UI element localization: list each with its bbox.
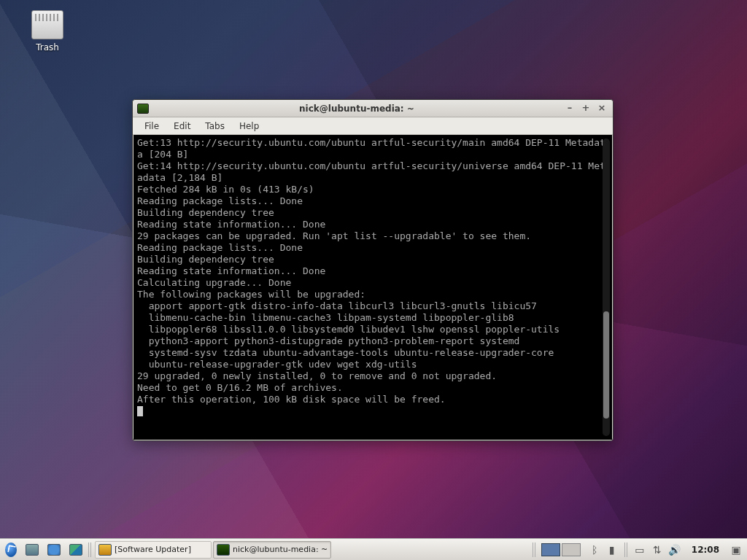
taskbar-separator <box>88 542 93 557</box>
taskbar-separator <box>533 542 535 557</box>
trash-label: Trash <box>22 42 73 52</box>
terminal-cursor <box>137 406 143 416</box>
folder-icon <box>69 544 82 556</box>
terminal-window: nick@lubuntu-media: ~ – + × File Edit Ta… <box>132 99 614 441</box>
workspace-2[interactable] <box>562 543 581 556</box>
tray-misc-icon[interactable]: ▮ <box>605 544 619 556</box>
minimize-button[interactable]: – <box>563 103 576 114</box>
network-icon[interactable]: ⇅ <box>651 544 664 556</box>
taskbar-item-terminal[interactable]: nick@lubuntu-media: ~ <box>213 541 331 559</box>
start-menu-button[interactable] <box>1 541 20 559</box>
taskbar-item-label: nick@lubuntu-media: ~ <box>233 545 328 554</box>
menu-tabs[interactable]: Tabs <box>198 120 232 133</box>
lubuntu-logo-icon <box>5 542 17 557</box>
terminal-app-icon <box>137 104 149 114</box>
menu-edit[interactable]: Edit <box>166 120 198 133</box>
desktop-icon-trash[interactable]: Trash <box>22 10 73 52</box>
taskbar: [Software Updater] nick@lubuntu-media: ~… <box>0 538 747 560</box>
system-tray: ᛒ ▮ ▭ ⇅ 🔊 12:08 ▣ <box>537 542 747 557</box>
close-button[interactable]: × <box>595 103 608 114</box>
volume-icon[interactable]: 🔊 <box>668 544 681 556</box>
file-manager-icon <box>26 544 39 556</box>
terminal-scrollbar[interactable] <box>603 139 610 436</box>
clock[interactable]: 12:08 <box>686 545 725 555</box>
scrollbar-thumb[interactable] <box>603 311 609 419</box>
taskbar-item-software-updater[interactable]: [Software Updater] <box>95 541 212 559</box>
workspace-1[interactable] <box>541 543 560 556</box>
menubar: File Edit Tabs Help <box>133 117 613 135</box>
maximize-button[interactable]: + <box>579 103 592 114</box>
bluetooth-icon[interactable]: ᛒ <box>588 544 601 556</box>
terminal-output[interactable]: Get:13 http://security.ubuntu.com/ubuntu… <box>134 136 611 439</box>
menu-help[interactable]: Help <box>232 120 266 133</box>
launcher-files[interactable] <box>66 541 86 559</box>
launcher-file-manager[interactable] <box>22 541 42 559</box>
titlebar[interactable]: nick@lubuntu-media: ~ – + × <box>133 100 613 117</box>
menu-file[interactable]: File <box>137 120 166 133</box>
workspace-pager <box>541 543 581 556</box>
show-desktop-icon[interactable]: ▣ <box>729 544 743 556</box>
trash-icon <box>31 10 63 39</box>
launcher-web-browser[interactable] <box>44 541 64 559</box>
taskbar-item-label: [Software Updater] <box>115 545 191 554</box>
window-title: nick@lubuntu-media: ~ <box>153 104 560 114</box>
battery-icon[interactable]: ▭ <box>633 544 646 556</box>
software-updater-icon <box>98 544 112 556</box>
tray-separator <box>624 542 627 557</box>
globe-icon <box>47 544 61 556</box>
terminal-icon <box>217 544 230 556</box>
